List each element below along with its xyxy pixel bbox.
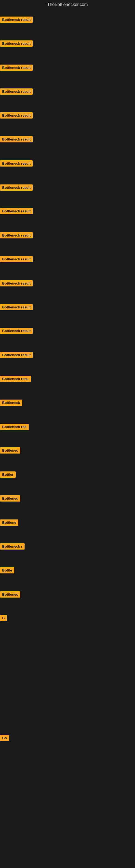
bottleneck-item[interactable]: Bottleneck res [0,424,29,431]
bottleneck-item[interactable]: Bottlenec [0,495,20,503]
bottleneck-badge: Bottleneck result [0,232,33,239]
bottleneck-badge: Bottlenec [0,495,20,501]
bottleneck-badge: Bottleneck result [0,184,33,191]
site-title: TheBottlenecker.com [0,0,135,8]
bottleneck-badge: Bo [0,735,9,741]
bottleneck-item[interactable]: Bottleneck result [0,136,33,144]
bottleneck-badge: Bottleneck result [0,256,33,262]
bottleneck-badge: Bottler [0,471,16,478]
bottleneck-item[interactable]: Bottleneck result [0,208,33,215]
bottleneck-badge: Bottleneck result [0,65,33,71]
bottleneck-badge: Bottlenec [0,591,20,597]
bottleneck-badge: Bottleneck result [0,136,33,143]
bottleneck-badge: Bottleneck result [0,304,33,310]
bottleneck-item[interactable]: Bottleneck r [0,543,25,551]
bottleneck-item[interactable]: Bottlenec [0,591,20,599]
bottleneck-item[interactable]: Bottler [0,471,16,479]
bottleneck-badge: Bottleneck result [0,17,33,23]
bottleneck-badge: Bottlene [0,520,18,526]
bottleneck-badge: Bottleneck result [0,280,33,286]
bottleneck-item[interactable]: Bottleneck result [0,184,33,192]
bottleneck-badge: B [0,615,7,621]
bottleneck-item[interactable]: Bottleneck result [0,328,33,335]
bottleneck-badge: Bottleneck res [0,424,29,430]
bottleneck-item[interactable]: Bottleneck result [0,232,33,240]
bottleneck-badge: Bottleneck result [0,208,33,214]
bottleneck-item[interactable]: Bottleneck result [0,304,33,311]
bottleneck-badge: Bottleneck [0,400,22,406]
bottleneck-badge: Bottleneck result [0,40,33,46]
bottleneck-badge: Bottleneck r [0,543,25,550]
bottleneck-item[interactable]: Bottleneck [0,400,22,407]
bottleneck-item[interactable]: Bo [0,735,9,742]
bottleneck-item[interactable]: Bottlene [0,520,18,527]
bottleneck-badge: Bottleneck result [0,352,33,358]
bottleneck-item[interactable]: Bottleneck result [0,160,33,167]
bottleneck-item[interactable]: Bottleneck result [0,256,33,264]
bottleneck-item[interactable]: Bottleneck result [0,88,33,96]
bottleneck-item[interactable]: Bottleneck result [0,112,33,120]
bottleneck-item[interactable]: Bottleneck result [0,280,33,287]
bottleneck-item[interactable]: Bottlenec [0,447,20,455]
bottleneck-badge: Bottleneck result [0,88,33,95]
bottleneck-badge: Bottleneck result [0,328,33,334]
bottleneck-badge: Bottleneck resu [0,376,31,382]
bottleneck-item[interactable]: Bottleneck result [0,17,33,24]
bottleneck-item[interactable]: B [0,615,7,622]
bottleneck-item[interactable]: Bottle [0,567,14,575]
bottleneck-badge: Bottle [0,567,14,574]
bottleneck-badge: Bottlenec [0,447,20,454]
bottleneck-item[interactable]: Bottleneck resu [0,376,31,383]
bottleneck-item[interactable]: Bottleneck result [0,65,33,72]
bottleneck-badge: Bottleneck result [0,160,33,166]
bottleneck-item[interactable]: Bottleneck result [0,40,33,48]
bottleneck-badge: Bottleneck result [0,112,33,119]
bottleneck-item[interactable]: Bottleneck result [0,352,33,359]
